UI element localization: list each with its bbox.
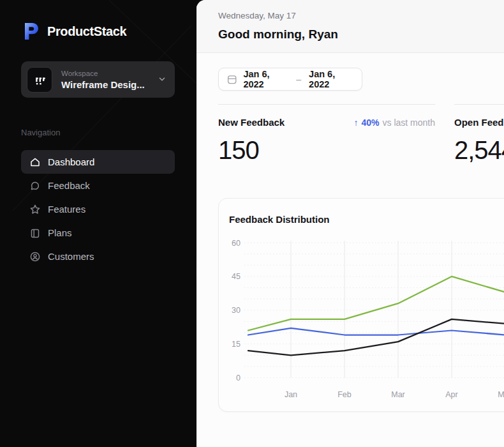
svg-text:May: May — [498, 390, 504, 399]
sidebar-item-label: Feedback — [48, 180, 90, 191]
svg-text:60: 60 — [232, 239, 241, 248]
workspace-name: Wireframe Desig... — [61, 79, 145, 90]
page-title: Good morning, Ryan — [218, 27, 338, 42]
workspace-selector[interactable]: Workspace Wireframe Desig... — [21, 61, 175, 98]
stat-value: 2,544 — [454, 136, 504, 165]
sidebar-item-dashboard[interactable]: Dashboard — [21, 150, 175, 174]
workspace-eyebrow: Workspace — [61, 70, 145, 77]
stat-label: New Feedback — [218, 117, 285, 128]
sidebar-item-features[interactable]: Features — [21, 197, 175, 221]
date-range-separator: – — [294, 74, 303, 84]
feedback-distribution-chart: 015304560JanFebMarAprMay — [219, 199, 504, 413]
sidebar-item-customers[interactable]: Customers — [21, 245, 175, 268]
home-icon — [29, 156, 41, 169]
brand-name: ProductStack — [47, 24, 126, 39]
stat-delta-percent: 40% — [361, 117, 379, 128]
app-window: ProductStack Workspace Wireframe Desig..… — [0, 0, 504, 447]
chat-bubble-icon — [29, 179, 41, 192]
calendar-icon — [226, 73, 237, 86]
svg-text:Feb: Feb — [337, 390, 352, 399]
svg-text:45: 45 — [232, 272, 241, 281]
stat-delta-suffix: vs last month — [383, 117, 435, 128]
sidebar-item-feedback[interactable]: Feedback — [21, 174, 175, 197]
stat-delta: ↑ 40% vs last month — [353, 117, 435, 128]
nav-section-label: Navigation — [21, 128, 60, 137]
main-panel: Wednesday, May 17 Good morning, Ryan Jan… — [196, 0, 504, 447]
stat-value: 150 — [218, 136, 435, 165]
date-range-start[interactable]: Jan 6, 2022 — [243, 69, 288, 89]
sidebar-item-label: Dashboard — [48, 156, 94, 167]
sidebar-item-label: Customers — [48, 251, 94, 262]
sidebar-item-label: Plans — [48, 227, 72, 238]
sidebar-item-label: Features — [48, 204, 85, 215]
sidebar-item-plans[interactable]: Plans — [21, 221, 175, 245]
productstack-logo-icon — [19, 20, 41, 42]
svg-text:0: 0 — [236, 374, 241, 383]
sidebar: ProductStack Workspace Wireframe Desig..… — [0, 0, 196, 447]
sidebar-nav: Dashboard Feedback Features Plans — [21, 150, 175, 268]
stat-new-feedback: New Feedback ↑ 40% vs last month 150 — [218, 104, 435, 165]
arrow-up-icon: ↑ — [353, 117, 358, 128]
brand: ProductStack — [19, 20, 126, 42]
svg-text:15: 15 — [232, 340, 241, 349]
svg-text:Apr: Apr — [445, 390, 457, 399]
wireframe-logo-icon — [32, 72, 47, 87]
user-circle-icon — [29, 250, 41, 263]
header-date: Wednesday, May 17 — [218, 11, 296, 20]
stat-label: Open Feedback — [454, 117, 504, 128]
star-icon — [29, 203, 41, 216]
chevron-down-icon[interactable] — [158, 75, 167, 84]
feedback-distribution-card: Feedback Distribution 015304560JanFebMar… — [218, 198, 504, 412]
stat-open-feedback: Open Feedback 2,544 — [454, 104, 504, 165]
svg-text:30: 30 — [232, 306, 241, 315]
page-header: Wednesday, May 17 Good morning, Ryan — [196, 0, 504, 53]
svg-text:Mar: Mar — [391, 390, 405, 399]
date-range-end[interactable]: Jan 6, 2022 — [309, 69, 354, 89]
workspace-avatar — [27, 67, 52, 93]
svg-text:Jan: Jan — [285, 390, 297, 399]
map-icon — [29, 227, 41, 239]
date-range-picker[interactable]: Jan 6, 2022 – Jan 6, 2022 — [218, 68, 362, 91]
